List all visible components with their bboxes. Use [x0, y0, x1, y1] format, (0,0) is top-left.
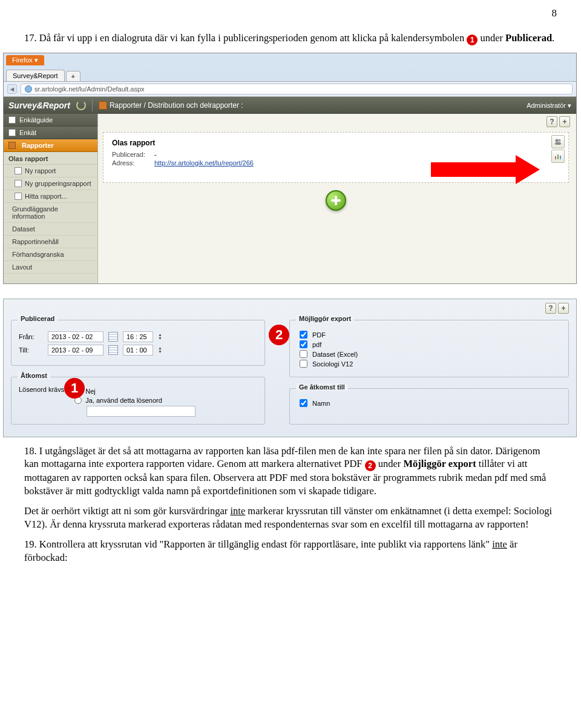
from-label: Från: [19, 333, 43, 340]
svg-point-1 [558, 139, 561, 142]
firefox-menu-button[interactable]: Firefox ▾ [6, 55, 44, 65]
password-required-label: Lösenord krävs: [19, 386, 66, 417]
from-date-input[interactable]: 2013 - 02 - 02 [48, 331, 103, 342]
survey-icon [8, 129, 16, 136]
sidebar-item-enkatguide[interactable]: Enkätguide [4, 114, 97, 127]
breadcrumb: Rapporter / Distribution och delrapporte… [110, 101, 243, 110]
bold: Publicerad [505, 32, 552, 44]
annotation-bullet-2: 2 [269, 325, 289, 345]
report-link[interactable]: http://sr.artologik.net/lu/report/266 [154, 159, 254, 167]
sidebar-sub-basic-info[interactable]: Grundläggande information [4, 203, 97, 223]
new-tab-button[interactable]: + [66, 71, 80, 81]
url-input[interactable]: sr.artologik.net/lu/Admin/Default.aspx [21, 84, 573, 94]
sidebar-item-enkat[interactable]: Enkät [4, 127, 97, 139]
till-date-input[interactable]: 2013 - 02 - 09 [48, 345, 103, 356]
chart-icon[interactable] [551, 150, 565, 163]
sidebar-sub-content[interactable]: Rapportinnehåll [4, 236, 97, 248]
text: 17. Då får vi upp i en dialogruta där vi… [24, 32, 467, 44]
text: under [480, 32, 505, 44]
fieldset-give-access: Ge åtkomst till Namn [289, 388, 569, 425]
card-title: Olas rapport [112, 139, 560, 147]
published-value: - [154, 151, 157, 158]
fieldset-atkomst: Åtkomst Lösenord krävs: Nej Ja, använd d… [11, 377, 265, 425]
fieldset-publicerad: Publicerad Från: 2013 - 02 - 02 16 : 25 … [11, 320, 265, 366]
fieldset-export: Möjliggör export PDF pdf Dataset (Excel)… [289, 320, 569, 377]
sidebar-item-new-report[interactable]: Ny rapport [4, 165, 97, 177]
browser-tabstrip: Survey&Report + [4, 65, 576, 81]
help-button[interactable]: ? [545, 303, 556, 314]
legend-atkomst: Åtkomst [18, 372, 50, 379]
reports-icon [8, 142, 16, 149]
sidebar-sub-preview[interactable]: Förhandsgranska [4, 248, 97, 261]
legend-publicerad: Publicerad [18, 315, 57, 322]
text: Det är oerhört viktigt att ni som gör ku… [24, 505, 230, 517]
reports-icon [99, 101, 107, 110]
sidebar-sub-layout[interactable]: Lavout [4, 261, 97, 274]
help-buttons: ? + [545, 303, 569, 314]
back-button[interactable]: ◄ [7, 84, 17, 94]
calendar-icon[interactable] [108, 345, 118, 355]
page-number: 8 [0, 0, 581, 24]
give-namn-label: Namn [312, 400, 330, 407]
add-button[interactable] [326, 190, 346, 211]
instruction-18: 18. I utgångsläget är det så att mottaga… [24, 445, 557, 497]
sidebar-item-rapporter[interactable]: Rapporter [4, 139, 97, 152]
export-sociologi-checkbox[interactable] [300, 360, 307, 368]
export-opt-label: Dataset (Excel) [312, 351, 358, 358]
browser-tab[interactable]: Survey&Report [6, 70, 65, 81]
doc-icon [15, 167, 22, 174]
legend-export: Möjliggör export [296, 315, 354, 322]
sidebar-sub-dataset[interactable]: Dataset [4, 223, 97, 236]
help-buttons: ? + [547, 116, 570, 127]
calendar-icon[interactable] [108, 332, 118, 342]
doc-icon [15, 180, 22, 187]
card-actions [551, 135, 565, 163]
give-namn-checkbox[interactable] [300, 399, 307, 407]
svg-rect-5 [560, 156, 561, 159]
sidebar: Enkätguide Enkät Rapporter Olas rapport … [4, 114, 98, 283]
export-dataset-checkbox[interactable] [300, 350, 307, 358]
sidebar-item-find-report[interactable]: Hitta rapport... [4, 190, 97, 203]
annotation-bullet-1: 1 [64, 378, 85, 399]
help-button[interactable]: ? [547, 116, 557, 127]
published-label: Publicerad: [112, 151, 151, 158]
app-logo: Survey&Report [8, 101, 70, 110]
till-label: Till: [19, 346, 43, 354]
instruction-17: 17. Då får vi upp i en dialogruta där vi… [24, 31, 557, 45]
wizard-icon [8, 116, 16, 124]
pw-yes-label: Ja, använd detta lösenord [85, 397, 162, 404]
instruction-19: 19. Kontrollera att kryssrutan vid "Rapp… [24, 538, 557, 564]
text: . [552, 32, 554, 44]
bullet-2-inline: 2 [365, 460, 376, 471]
export-pdf-upper-checkbox[interactable] [300, 331, 307, 339]
from-time-input[interactable]: 16 : 25 [123, 331, 153, 342]
globe-icon [25, 85, 32, 93]
bold: Möjliggör export [403, 458, 476, 469]
refresh-icon[interactable] [76, 101, 86, 110]
legend-give-access: Ge åtkomst till [296, 383, 348, 391]
export-pdf-lower-checkbox[interactable] [300, 340, 307, 348]
sidebar-current-report: Olas rapport [4, 152, 97, 165]
export-opt-label: PDF [312, 331, 326, 339]
text: 19. Kontrollera att kryssrutan vid "Rapp… [24, 538, 492, 550]
url-text: sr.artologik.net/lu/Admin/Default.aspx [34, 85, 145, 93]
warning-paragraph: Det är oerhört viktigt att ni som gör ku… [24, 505, 557, 531]
pw-no-label: Nej [85, 388, 96, 395]
underline: inte [230, 505, 245, 517]
password-input[interactable] [87, 406, 195, 417]
screenshot-browser: Firefox ▾ Survey&Report + ◄ sr.artologik… [3, 53, 577, 284]
bullet-1-inline: 1 [467, 35, 478, 45]
red-arrow-annotation [431, 155, 540, 184]
expand-button[interactable]: + [558, 303, 569, 314]
admin-menu[interactable]: Administratör ▾ [527, 102, 571, 110]
time-spinner[interactable]: ▲▼ [158, 333, 162, 340]
svg-rect-3 [555, 156, 556, 159]
time-spinner[interactable]: ▲▼ [158, 346, 162, 354]
users-icon[interactable] [551, 135, 565, 148]
text: under [376, 458, 404, 469]
app-toolbar: Survey&Report Rapporter / Distribution o… [4, 97, 576, 114]
sidebar-item-new-group-report[interactable]: Ny grupperingsrapport [4, 177, 97, 190]
search-icon [15, 193, 22, 200]
expand-button[interactable]: + [559, 116, 570, 127]
till-time-input[interactable]: 01 : 00 [123, 345, 153, 356]
